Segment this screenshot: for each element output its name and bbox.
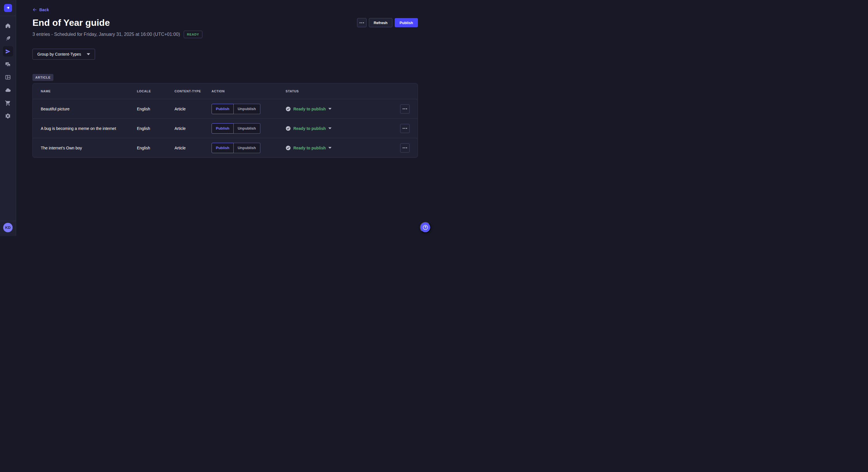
entry-status-label: Ready to publish: [293, 146, 326, 150]
entry-status-label: Ready to publish: [293, 107, 326, 111]
row-more-button[interactable]: [400, 143, 410, 153]
check-circle-icon: [286, 126, 291, 131]
entry-name: The internet's Own boy: [41, 146, 137, 150]
sidebar-item-marketplace[interactable]: [3, 98, 13, 108]
question-circle-icon: [422, 224, 429, 231]
row-publish-button[interactable]: Publish: [212, 104, 234, 114]
groupby-row: Group by Content-Types: [32, 49, 418, 60]
refresh-button[interactable]: Refresh: [369, 18, 392, 27]
entry-content-type: Article: [175, 126, 212, 131]
action-segmented-control: Publish Unpublish: [212, 143, 286, 153]
entry-name: A bug is becoming a meme on the internet: [41, 126, 137, 131]
ellipsis-icon: [360, 22, 361, 23]
help-button[interactable]: [420, 222, 431, 233]
chevron-down-icon: [87, 53, 90, 55]
group-by-select[interactable]: Group by Content-Types: [32, 49, 95, 60]
cloud-icon: [5, 87, 11, 93]
column-header-status: STATUS: [286, 90, 398, 93]
entry-locale: English: [137, 146, 175, 150]
entries-table-card: NAME LOCALE CONTENT-TYPE ACTION STATUS B…: [32, 83, 418, 158]
ellipsis-icon: [403, 147, 404, 148]
feather-icon: [5, 36, 11, 42]
app-window: KD Back End of Year guide Refresh: [0, 0, 434, 236]
entry-status-dropdown[interactable]: Ready to publish: [286, 126, 398, 131]
back-link[interactable]: Back: [32, 7, 49, 12]
sidebar-item-content-manager[interactable]: [3, 33, 13, 43]
main-content: Back End of Year guide Refresh Publish 3…: [17, 0, 434, 236]
ellipsis-icon: [403, 108, 404, 109]
row-more-button[interactable]: [400, 124, 410, 133]
sidebar-item-deploy[interactable]: [3, 85, 13, 95]
row-publish-button[interactable]: Publish: [212, 123, 234, 134]
cart-icon: [5, 100, 11, 106]
layout-icon: [5, 74, 11, 80]
sidebar-item-media-library[interactable]: [3, 59, 13, 69]
entry-status-dropdown[interactable]: Ready to publish: [286, 145, 398, 150]
sidebar-item-releases[interactable]: [3, 46, 13, 57]
entry-content-type: Article: [175, 146, 212, 150]
publish-button[interactable]: Publish: [395, 18, 418, 27]
row-publish-button[interactable]: Publish: [212, 143, 234, 153]
entry-content-type: Article: [175, 107, 212, 111]
header-actions: Refresh Publish: [357, 18, 418, 27]
table-header-row: NAME LOCALE CONTENT-TYPE ACTION STATUS: [33, 83, 417, 99]
paper-plane-icon: [5, 48, 11, 55]
ellipsis-icon: [403, 128, 404, 129]
release-more-button[interactable]: [357, 18, 367, 27]
sidebar-nav: [3, 16, 13, 121]
chevron-down-icon: [329, 147, 332, 149]
table-row: Beautiful picture English Article Publis…: [33, 99, 417, 119]
check-circle-icon: [286, 106, 291, 111]
sidebar-item-home[interactable]: [3, 20, 13, 31]
gear-icon: [5, 113, 11, 119]
release-subtitle: 3 entries - Scheduled for Friday, Januar…: [32, 32, 180, 37]
column-header-content-type: CONTENT-TYPE: [175, 90, 212, 93]
strapi-logo-icon: [5, 5, 11, 11]
entry-status-label: Ready to publish: [293, 126, 326, 131]
group-by-value: Group by Content-Types: [37, 52, 81, 57]
action-segmented-control: Publish Unpublish: [212, 123, 286, 134]
chevron-down-icon: [329, 127, 332, 129]
status-badge: READY: [184, 31, 203, 38]
row-more-button[interactable]: [400, 104, 410, 113]
avatar-initials: KD: [5, 225, 11, 230]
entry-locale: English: [137, 107, 175, 111]
home-icon: [5, 23, 11, 29]
column-header-action: ACTION: [212, 90, 286, 93]
strapi-logo[interactable]: [4, 4, 12, 12]
action-segmented-control: Publish Unpublish: [212, 104, 286, 114]
back-label: Back: [39, 7, 49, 12]
sidebar-footer-divider: [0, 221, 16, 221]
entry-name: Beautiful picture: [41, 107, 137, 111]
subtitle-row: 3 entries - Scheduled for Friday, Januar…: [32, 31, 418, 38]
content-type-group-badge: ARTICLE: [32, 74, 53, 81]
page-title: End of Year guide: [32, 17, 110, 28]
media-gallery-icon: [5, 61, 11, 67]
avatar[interactable]: KD: [3, 223, 12, 232]
entry-locale: English: [137, 126, 175, 131]
sidebar: KD: [0, 0, 16, 236]
row-unpublish-button[interactable]: Unpublish: [234, 123, 260, 134]
title-row: End of Year guide Refresh Publish: [32, 17, 418, 28]
row-unpublish-button[interactable]: Unpublish: [234, 143, 260, 153]
check-circle-icon: [286, 145, 291, 150]
chevron-down-icon: [329, 108, 332, 110]
arrow-left-icon: [32, 7, 37, 12]
row-unpublish-button[interactable]: Unpublish: [234, 104, 260, 114]
entry-status-dropdown[interactable]: Ready to publish: [286, 106, 398, 111]
table-row: A bug is becoming a meme on the internet…: [33, 119, 417, 138]
column-header-locale: LOCALE: [137, 90, 175, 93]
sidebar-item-settings[interactable]: [3, 111, 13, 121]
table-row: The internet's Own boy English Article P…: [33, 138, 417, 158]
column-header-name: NAME: [41, 90, 137, 93]
back-row: Back: [32, 7, 418, 13]
sidebar-footer: KD: [0, 221, 16, 236]
sidebar-item-content-type-builder[interactable]: [3, 72, 13, 82]
